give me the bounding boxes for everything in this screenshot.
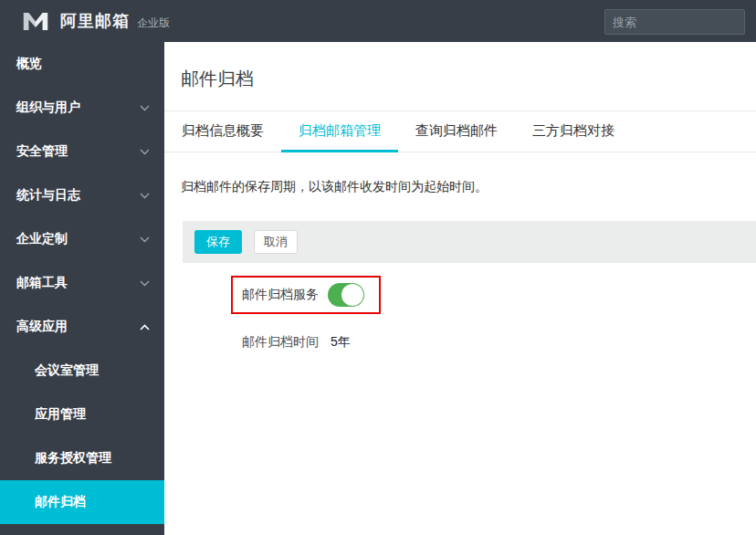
sidebar-item-label: 服务授权管理: [35, 450, 111, 467]
chevron-down-icon: [140, 236, 150, 243]
chevron-up-icon: [140, 324, 150, 330]
tab-bar: 归档信息概要 归档邮箱管理 查询归档邮件 三方归档对接: [164, 111, 756, 152]
brand-logo[interactable]: 阿里邮箱 企业版: [20, 10, 170, 33]
sidebar-item-org-users[interactable]: 组织与用户: [0, 86, 164, 130]
archive-service-label: 邮件归档服务: [242, 287, 319, 303]
sidebar-item-overview[interactable]: 概览: [0, 42, 164, 86]
sidebar-item-mail-archive[interactable]: 邮件归档: [0, 480, 164, 524]
save-button[interactable]: 保存: [194, 230, 242, 254]
sidebar-item-stats-logs[interactable]: 统计与日志: [0, 173, 164, 217]
sidebar-item-meeting-room-mgmt[interactable]: 会议室管理: [0, 349, 164, 393]
chevron-down-icon: [140, 193, 150, 199]
chevron-down-icon: [140, 149, 150, 155]
chevron-down-icon: [140, 280, 150, 287]
sidebar-item-label: 概览: [16, 56, 42, 72]
sidebar-item-label: 安全管理: [16, 143, 68, 160]
tab-archive-mailbox-mgmt[interactable]: 归档邮箱管理: [281, 111, 398, 152]
tab-query-archived-mail[interactable]: 查询归档邮件: [398, 111, 515, 152]
brand-name: 阿里邮箱: [60, 10, 130, 32]
sidebar-item-enterprise-custom[interactable]: 企业定制: [0, 217, 164, 261]
action-toolbar: 保存 取消: [183, 221, 756, 263]
sidebar-item-label: 邮箱工具: [16, 275, 68, 291]
sidebar: 概览 组织与用户 安全管理 统计与日志 企业定制 邮箱工具 高级应用 会议室管理: [0, 42, 164, 535]
annotation-box: 邮件归档服务: [231, 276, 381, 314]
sidebar-item-advanced-apps[interactable]: 高级应用: [0, 305, 164, 349]
archive-time-label: 邮件归档时间: [242, 334, 319, 351]
sidebar-item-label: 企业定制: [16, 231, 68, 247]
cancel-button[interactable]: 取消: [254, 230, 298, 254]
app-window: 阿里邮箱 企业版 概览 组织与用户 安全管理 统计与日志: [0, 0, 756, 535]
sidebar-item-label: 应用管理: [35, 406, 86, 423]
sidebar-item-label: 组织与用户: [16, 100, 80, 116]
sidebar-item-service-auth-mgmt[interactable]: 服务授权管理: [0, 436, 164, 480]
toggle-knob: [341, 284, 363, 306]
page-title: 邮件归档: [181, 67, 254, 91]
alimail-logo-icon: [20, 10, 51, 33]
sidebar-item-security[interactable]: 安全管理: [0, 130, 164, 173]
sidebar-item-mail-tools[interactable]: 邮箱工具: [0, 261, 164, 305]
sidebar-item-label: 会议室管理: [35, 362, 99, 379]
sidebar-item-app-mgmt[interactable]: 应用管理: [0, 393, 164, 436]
archive-time-row: 邮件归档时间 5年: [242, 334, 756, 351]
tab-archive-info-summary[interactable]: 归档信息概要: [164, 111, 281, 152]
chevron-down-icon: [140, 105, 150, 111]
search-box[interactable]: [604, 9, 745, 35]
main-content: 邮件归档 归档信息概要 归档邮箱管理 查询归档邮件 三方归档对接 归档邮件的保存…: [164, 42, 756, 535]
brand-edition-badge: 企业版: [137, 16, 170, 31]
archive-time-value: 5年: [331, 334, 351, 351]
page-header: 邮件归档: [164, 42, 756, 111]
archive-service-toggle[interactable]: [328, 283, 364, 307]
topbar: 阿里邮箱 企业版: [0, 0, 756, 42]
search-input[interactable]: [605, 16, 756, 29]
sidebar-item-label: 统计与日志: [16, 187, 80, 204]
tab-third-party-archive[interactable]: 三方归档对接: [515, 111, 632, 152]
sidebar-item-label: 邮件归档: [35, 494, 86, 510]
sidebar-item-label: 高级应用: [16, 319, 68, 335]
archive-period-description: 归档邮件的保存周期，以该邮件收发时间为起始时间。: [181, 179, 756, 195]
